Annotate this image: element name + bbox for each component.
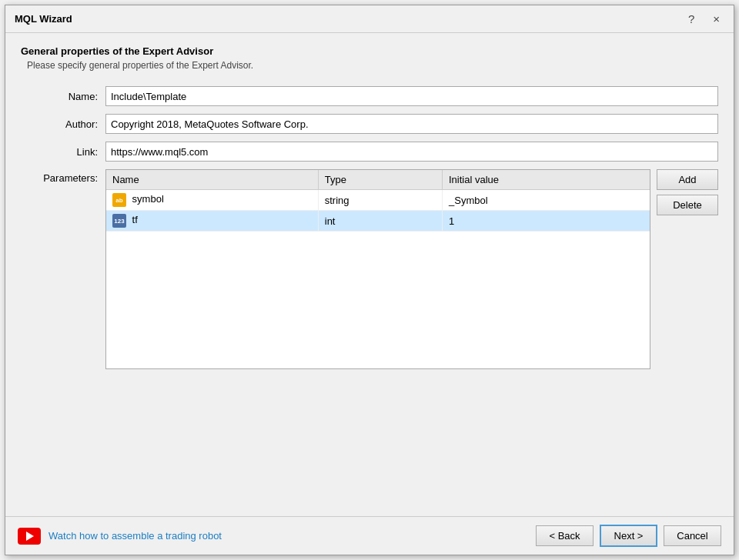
footer-right: < Back Next > Cancel (536, 525, 721, 547)
cancel-button[interactable]: Cancel (664, 525, 721, 546)
author-row: Author: (21, 114, 718, 134)
title-bar: MQL Wizard ? × (5, 5, 734, 33)
params-content: Name Type Initial value ab symbol (105, 169, 718, 369)
params-label: Parameters: (21, 169, 105, 184)
title-bar-right: ? × (684, 12, 724, 26)
link-row: Link: (21, 142, 718, 162)
youtube-icon (18, 528, 41, 545)
next-button[interactable]: Next > (600, 525, 657, 547)
col-header-name: Name (106, 170, 318, 190)
table-cell-type: int (318, 211, 442, 232)
col-header-type: Type (318, 170, 442, 190)
table-cell-name: ab symbol (106, 190, 318, 211)
author-label: Author: (21, 118, 105, 130)
table-cell-name: 123 tf (106, 211, 318, 232)
form-area: Name: Author: Link: Parameters: (21, 86, 718, 504)
params-table: Name Type Initial value ab symbol (106, 170, 650, 232)
author-input[interactable] (105, 114, 718, 134)
table-header-row: Name Type Initial value (106, 170, 650, 190)
add-button[interactable]: Add (657, 169, 718, 190)
table-cell-value: _Symbol (443, 190, 650, 211)
parameters-row: Parameters: Name Type Initial value (21, 169, 718, 504)
help-button[interactable]: ? (684, 12, 699, 26)
table-row[interactable]: ab symbol string _Symbol (106, 190, 650, 211)
footer: Watch how to assemble a trading robot < … (5, 516, 734, 555)
name-row: Name: (21, 86, 718, 106)
int-type-icon: 123 (112, 214, 126, 228)
link-input[interactable] (105, 142, 718, 162)
mql-wizard-dialog: MQL Wizard ? × General properties of the… (5, 5, 734, 555)
string-type-icon: ab (112, 193, 126, 207)
back-button[interactable]: < Back (536, 525, 594, 546)
dialog-content: General properties of the Expert Advisor… (5, 33, 734, 516)
params-buttons: Add Delete (657, 169, 718, 369)
close-button[interactable]: × (708, 12, 724, 26)
name-input[interactable] (105, 86, 718, 106)
table-row[interactable]: 123 tf int 1 (106, 211, 650, 232)
page-subheading: Please specify general properties of the… (21, 60, 718, 71)
delete-button[interactable]: Delete (657, 195, 718, 215)
name-label: Name: (21, 91, 105, 102)
footer-left: Watch how to assemble a trading robot (18, 528, 222, 545)
dialog-title: MQL Wizard (15, 13, 72, 25)
page-heading: General properties of the Expert Advisor (21, 45, 718, 57)
link-label: Link: (21, 146, 105, 158)
table-cell-value: 1 (443, 211, 650, 232)
table-cell-type: string (318, 190, 442, 211)
col-header-initial: Initial value (443, 170, 650, 190)
watch-link[interactable]: Watch how to assemble a trading robot (48, 530, 222, 542)
params-table-container: Name Type Initial value ab symbol (105, 169, 650, 369)
title-bar-left: MQL Wizard (15, 13, 72, 25)
